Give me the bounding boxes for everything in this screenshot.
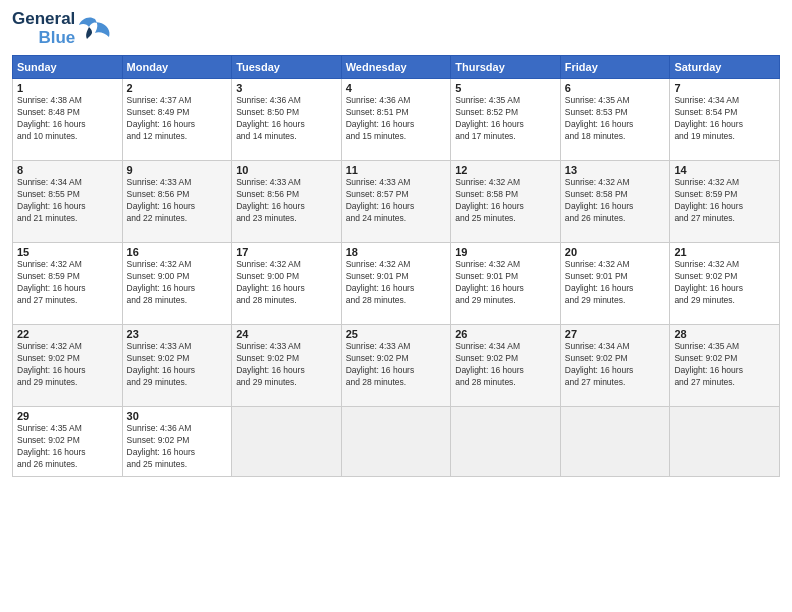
day-number: 22 (17, 328, 118, 340)
calendar-cell: 22 Sunrise: 4:32 AMSunset: 9:02 PMDaylig… (13, 325, 123, 407)
day-number: 7 (674, 82, 775, 94)
day-info: Sunrise: 4:35 AMSunset: 9:02 PMDaylight:… (674, 341, 775, 389)
weekday-header: Wednesday (341, 56, 451, 79)
logo: General Blue (12, 10, 111, 47)
day-number: 8 (17, 164, 118, 176)
day-number: 12 (455, 164, 556, 176)
day-number: 9 (127, 164, 228, 176)
calendar-cell: 10 Sunrise: 4:33 AMSunset: 8:56 PMDaylig… (232, 161, 342, 243)
day-number: 13 (565, 164, 666, 176)
calendar-cell (232, 407, 342, 477)
weekday-header: Saturday (670, 56, 780, 79)
header: General Blue (12, 10, 780, 47)
day-number: 27 (565, 328, 666, 340)
calendar-cell: 30 Sunrise: 4:36 AMSunset: 9:02 PMDaylig… (122, 407, 232, 477)
day-info: Sunrise: 4:32 AMSunset: 8:59 PMDaylight:… (674, 177, 775, 225)
day-number: 1 (17, 82, 118, 94)
day-info: Sunrise: 4:37 AMSunset: 8:49 PMDaylight:… (127, 95, 228, 143)
day-info: Sunrise: 4:33 AMSunset: 9:02 PMDaylight:… (236, 341, 337, 389)
day-info: Sunrise: 4:32 AMSunset: 9:02 PMDaylight:… (17, 341, 118, 389)
calendar-cell: 1 Sunrise: 4:38 AMSunset: 8:48 PMDayligh… (13, 79, 123, 161)
day-number: 21 (674, 246, 775, 258)
day-info: Sunrise: 4:35 AMSunset: 9:02 PMDaylight:… (17, 423, 118, 471)
day-info: Sunrise: 4:32 AMSunset: 9:01 PMDaylight:… (565, 259, 666, 307)
weekday-header: Tuesday (232, 56, 342, 79)
day-number: 30 (127, 410, 228, 422)
calendar-table: SundayMondayTuesdayWednesdayThursdayFrid… (12, 55, 780, 477)
calendar-cell: 12 Sunrise: 4:32 AMSunset: 8:58 PMDaylig… (451, 161, 561, 243)
day-info: Sunrise: 4:35 AMSunset: 8:52 PMDaylight:… (455, 95, 556, 143)
calendar-cell: 17 Sunrise: 4:32 AMSunset: 9:00 PMDaylig… (232, 243, 342, 325)
calendar-cell: 5 Sunrise: 4:35 AMSunset: 8:52 PMDayligh… (451, 79, 561, 161)
calendar-cell: 4 Sunrise: 4:36 AMSunset: 8:51 PMDayligh… (341, 79, 451, 161)
day-number: 14 (674, 164, 775, 176)
day-info: Sunrise: 4:32 AMSunset: 8:58 PMDaylight:… (565, 177, 666, 225)
calendar-cell: 2 Sunrise: 4:37 AMSunset: 8:49 PMDayligh… (122, 79, 232, 161)
day-info: Sunrise: 4:34 AMSunset: 8:55 PMDaylight:… (17, 177, 118, 225)
calendar-cell (670, 407, 780, 477)
calendar-cell (341, 407, 451, 477)
calendar-cell: 11 Sunrise: 4:33 AMSunset: 8:57 PMDaylig… (341, 161, 451, 243)
day-info: Sunrise: 4:32 AMSunset: 9:02 PMDaylight:… (674, 259, 775, 307)
logo-general: General (12, 10, 75, 29)
day-number: 16 (127, 246, 228, 258)
calendar-cell: 29 Sunrise: 4:35 AMSunset: 9:02 PMDaylig… (13, 407, 123, 477)
calendar-cell: 7 Sunrise: 4:34 AMSunset: 8:54 PMDayligh… (670, 79, 780, 161)
calendar-cell: 25 Sunrise: 4:33 AMSunset: 9:02 PMDaylig… (341, 325, 451, 407)
calendar-cell: 15 Sunrise: 4:32 AMSunset: 8:59 PMDaylig… (13, 243, 123, 325)
day-info: Sunrise: 4:34 AMSunset: 9:02 PMDaylight:… (565, 341, 666, 389)
calendar-cell: 23 Sunrise: 4:33 AMSunset: 9:02 PMDaylig… (122, 325, 232, 407)
day-number: 15 (17, 246, 118, 258)
calendar-cell: 13 Sunrise: 4:32 AMSunset: 8:58 PMDaylig… (560, 161, 670, 243)
day-number: 4 (346, 82, 447, 94)
calendar-cell: 19 Sunrise: 4:32 AMSunset: 9:01 PMDaylig… (451, 243, 561, 325)
weekday-header: Monday (122, 56, 232, 79)
day-info: Sunrise: 4:36 AMSunset: 9:02 PMDaylight:… (127, 423, 228, 471)
calendar-cell: 3 Sunrise: 4:36 AMSunset: 8:50 PMDayligh… (232, 79, 342, 161)
day-number: 20 (565, 246, 666, 258)
calendar-cell: 28 Sunrise: 4:35 AMSunset: 9:02 PMDaylig… (670, 325, 780, 407)
day-info: Sunrise: 4:33 AMSunset: 8:56 PMDaylight:… (127, 177, 228, 225)
calendar-cell: 14 Sunrise: 4:32 AMSunset: 8:59 PMDaylig… (670, 161, 780, 243)
day-number: 24 (236, 328, 337, 340)
calendar-cell: 8 Sunrise: 4:34 AMSunset: 8:55 PMDayligh… (13, 161, 123, 243)
day-info: Sunrise: 4:38 AMSunset: 8:48 PMDaylight:… (17, 95, 118, 143)
day-number: 25 (346, 328, 447, 340)
calendar-cell (451, 407, 561, 477)
calendar-cell: 16 Sunrise: 4:32 AMSunset: 9:00 PMDaylig… (122, 243, 232, 325)
day-number: 11 (346, 164, 447, 176)
day-info: Sunrise: 4:33 AMSunset: 8:56 PMDaylight:… (236, 177, 337, 225)
day-number: 5 (455, 82, 556, 94)
day-info: Sunrise: 4:35 AMSunset: 8:53 PMDaylight:… (565, 95, 666, 143)
day-info: Sunrise: 4:32 AMSunset: 9:00 PMDaylight:… (236, 259, 337, 307)
day-info: Sunrise: 4:36 AMSunset: 8:51 PMDaylight:… (346, 95, 447, 143)
day-number: 29 (17, 410, 118, 422)
day-number: 23 (127, 328, 228, 340)
day-info: Sunrise: 4:32 AMSunset: 8:58 PMDaylight:… (455, 177, 556, 225)
calendar-cell: 6 Sunrise: 4:35 AMSunset: 8:53 PMDayligh… (560, 79, 670, 161)
day-number: 18 (346, 246, 447, 258)
day-number: 3 (236, 82, 337, 94)
weekday-header: Sunday (13, 56, 123, 79)
calendar-cell: 20 Sunrise: 4:32 AMSunset: 9:01 PMDaylig… (560, 243, 670, 325)
main-container: General Blue SundayMondayTuesdayWednesda… (0, 0, 792, 612)
logo-bird-icon (79, 15, 111, 43)
calendar-cell: 26 Sunrise: 4:34 AMSunset: 9:02 PMDaylig… (451, 325, 561, 407)
day-info: Sunrise: 4:32 AMSunset: 9:01 PMDaylight:… (346, 259, 447, 307)
day-number: 19 (455, 246, 556, 258)
day-info: Sunrise: 4:33 AMSunset: 9:02 PMDaylight:… (346, 341, 447, 389)
weekday-header: Thursday (451, 56, 561, 79)
day-info: Sunrise: 4:32 AMSunset: 8:59 PMDaylight:… (17, 259, 118, 307)
calendar-cell: 24 Sunrise: 4:33 AMSunset: 9:02 PMDaylig… (232, 325, 342, 407)
calendar-cell: 9 Sunrise: 4:33 AMSunset: 8:56 PMDayligh… (122, 161, 232, 243)
calendar-cell (560, 407, 670, 477)
day-number: 26 (455, 328, 556, 340)
day-number: 6 (565, 82, 666, 94)
day-info: Sunrise: 4:33 AMSunset: 8:57 PMDaylight:… (346, 177, 447, 225)
calendar-cell: 21 Sunrise: 4:32 AMSunset: 9:02 PMDaylig… (670, 243, 780, 325)
day-number: 10 (236, 164, 337, 176)
day-info: Sunrise: 4:33 AMSunset: 9:02 PMDaylight:… (127, 341, 228, 389)
day-info: Sunrise: 4:36 AMSunset: 8:50 PMDaylight:… (236, 95, 337, 143)
weekday-header: Friday (560, 56, 670, 79)
logo-blue: Blue (38, 29, 75, 48)
